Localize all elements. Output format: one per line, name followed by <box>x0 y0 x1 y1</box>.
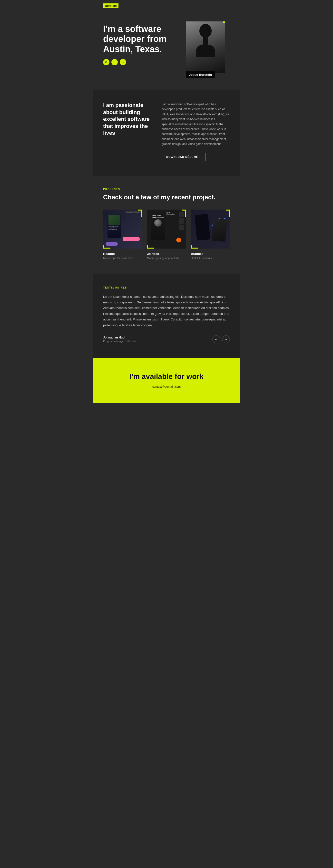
proj1-inner: California's oldest state park, home to … <box>103 210 142 249</box>
proj1-bracket-bl <box>103 245 111 249</box>
navigation: Borstein <box>93 0 240 12</box>
neck-shape <box>203 37 208 44</box>
proj3-phone2 <box>212 219 227 242</box>
project-desc-roambi: Mobile app for news feed. <box>103 257 142 259</box>
project-name-roambi: Roambi <box>103 252 142 256</box>
github-icon[interactable]: G <box>103 59 110 65</box>
social-links: G d in <box>103 59 179 65</box>
testimonials-section: TESTIMONIALS Lorem ipsum dolor sit amet,… <box>93 274 240 358</box>
shoulder-shape <box>196 44 215 57</box>
cta-heading: I'm available for work <box>103 372 230 381</box>
project-name-3dricks: 3d ricks <box>147 252 186 256</box>
proj2-title-text: Tips & Tricksfor 3D Designers <box>152 214 164 218</box>
author-name: Johnathan Hudi <box>103 336 136 339</box>
proj3-phone1 <box>195 214 210 241</box>
testimonial-author: Johnathan Hudi Program manager URI tech <box>103 336 136 343</box>
project-card-bubbles[interactable]: Bubbles Dark UI Elements <box>191 210 230 259</box>
about-section: I am passionate about building excellent… <box>93 90 240 176</box>
head-shape <box>200 24 212 37</box>
projects-section: PROJECTS Check out a few of my recent pr… <box>93 176 240 274</box>
project-card-3dricks[interactable]: Tips & Tricksfor 3D Designers Hello,Mich… <box>147 210 186 259</box>
hero-name-label: Josue Borstein <box>186 71 215 78</box>
project-name-bubbles: Bubbles <box>191 252 230 256</box>
projects-heading: Check out a few of my recent project. <box>103 193 230 201</box>
project-image-3dricks: Tips & Tricksfor 3D Designers Hello,Mich… <box>147 210 186 249</box>
proj1-bracket-tr <box>138 210 142 217</box>
about-body: I am a seasoned software expert who has … <box>162 102 230 147</box>
proj1-chat-bubble <box>123 237 140 241</box>
proj3-bracket-tr <box>226 210 230 217</box>
about-inner: I am passionate about building excellent… <box>103 102 230 161</box>
proj2-phone-screen: Tips & Tricksfor 3D Designers <box>151 213 165 240</box>
proj2-app-icon3 <box>179 225 184 230</box>
linkedin-icon[interactable]: in <box>120 59 126 65</box>
proj1-phone: California's oldest state park, home to … <box>108 214 121 238</box>
about-heading: I am passionate about building excellent… <box>103 102 152 137</box>
hero-heading: I'm a software developer from Austin, Te… <box>103 24 179 54</box>
logo[interactable]: Borstein <box>103 3 119 8</box>
testimonial-footer: Johnathan Hudi Program manager URI tech … <box>103 335 230 343</box>
proj2-bracket-bl <box>147 245 154 249</box>
prev-testimonial-button[interactable]: ← <box>212 335 220 343</box>
projects-grid: California's oldest state park, home to … <box>103 210 230 259</box>
project-desc-3dricks: Mobile gaming app for kids. <box>147 257 186 259</box>
proj3-phone-screen <box>195 214 210 241</box>
download-resume-button[interactable]: DOWNLOAD RÉSUMÉ ↓ <box>162 153 206 161</box>
hero-image-wrapper: Josue Borstein <box>186 22 230 73</box>
author-title: Program manager URI tech <box>103 340 136 343</box>
proj2-app-icon2 <box>179 218 184 224</box>
hero-photo <box>186 22 225 73</box>
proj2-inner: Tips & Tricksfor 3D Designers Hello,Mich… <box>147 210 186 249</box>
cta-email[interactable]: contact@domain.com <box>152 385 181 389</box>
silhouette <box>196 24 215 63</box>
proj2-orange-circle <box>176 238 181 243</box>
about-right: I am a seasoned software expert who has … <box>162 102 230 161</box>
about-left: I am passionate about building excellent… <box>103 102 152 137</box>
cta-section: I'm available for work contact@domain.co… <box>93 358 240 403</box>
testimonial-body: Lorem ipsum dolor sit amet, consectetur … <box>103 294 230 328</box>
testimonial-nav: ← → <box>212 335 230 343</box>
proj3-bracket-bl <box>191 245 198 249</box>
proj2-sphere <box>154 219 162 227</box>
projects-label: PROJECTS <box>103 188 230 191</box>
proj1-map <box>109 215 120 225</box>
project-image-bubbles <box>191 210 230 249</box>
bracket-top-right <box>223 22 225 31</box>
hero-section: I'm a software developer from Austin, Te… <box>93 12 240 90</box>
project-card-roambi[interactable]: California's oldest state park, home to … <box>103 210 142 259</box>
proj2-phone: Tips & Tricksfor 3D Designers <box>151 213 165 240</box>
project-desc-bubbles: Dark UI Elements <box>191 257 230 259</box>
testimonials-label: TESTIMONIALS <box>103 286 230 289</box>
project-image-roambi: California's oldest state park, home to … <box>103 210 142 249</box>
proj3-inner <box>191 210 230 249</box>
hero-text: I'm a software developer from Austin, Te… <box>103 22 179 65</box>
hero-photo-inner <box>186 22 225 73</box>
next-testimonial-button[interactable]: → <box>222 335 230 343</box>
proj1-phone-screen: California's oldest state park, home to … <box>108 214 121 238</box>
dribbble-icon[interactable]: d <box>112 59 118 65</box>
proj2-bracket-tr <box>182 210 186 217</box>
